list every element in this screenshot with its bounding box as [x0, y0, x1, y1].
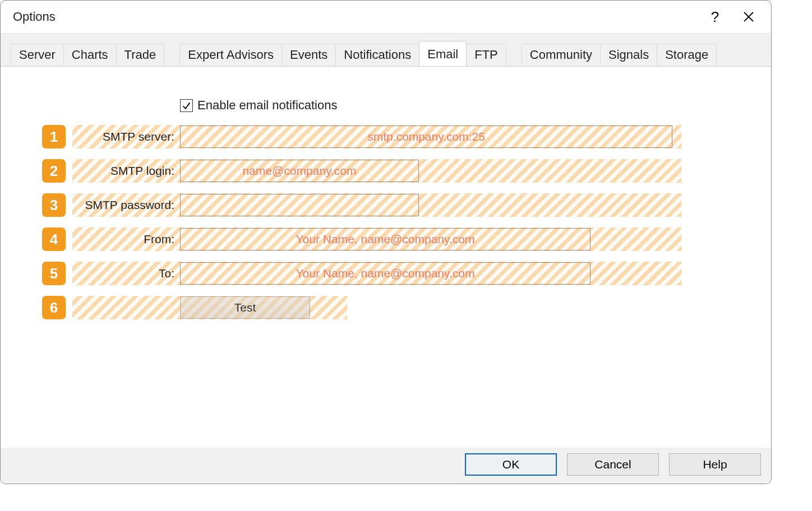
tabstrip: ServerChartsTradeExpert AdvisorsEventsNo… [1, 43, 771, 66]
enable-email-label: Enable email notifications [197, 98, 337, 113]
highlight-stripe: From: [72, 227, 681, 251]
annotation-badge: 5 [42, 262, 66, 285]
highlight-stripe: SMTP server: [72, 125, 681, 148]
highlight-stripe: SMTP password: [72, 193, 681, 217]
field-label: From: [72, 233, 180, 246]
annotation-badge: 4 [42, 227, 66, 251]
highlight-stripe: To: [72, 262, 681, 285]
to-input[interactable] [180, 262, 590, 285]
tab-storage[interactable]: Storage [657, 44, 717, 67]
titlebar: Options ? [1, 1, 771, 33]
annotation-badge: 2 [42, 159, 66, 183]
form-row: 2SMTP login: [42, 159, 681, 183]
tab-panel-email: Enable email notifications 1SMTP server:… [1, 66, 771, 448]
field-label: To: [72, 267, 180, 280]
form-row: 6Test [42, 296, 681, 319]
tab-charts[interactable]: Charts [63, 44, 117, 67]
form-row: 1SMTP server: [42, 125, 681, 148]
tab-events[interactable]: Events [282, 44, 336, 67]
options-dialog: Options ? ServerChartsTradeExpert Adviso… [0, 0, 772, 484]
tab-notifications[interactable]: Notifications [335, 44, 419, 67]
field-label: SMTP server: [72, 130, 180, 143]
help-icon[interactable]: ? [698, 6, 732, 27]
tab-trade[interactable]: Trade [116, 44, 165, 67]
close-icon[interactable] [732, 6, 765, 27]
annotation-badge: 6 [42, 296, 66, 319]
window-title: Options [13, 10, 56, 24]
from-input[interactable] [180, 228, 590, 250]
form-row: 3SMTP password: [42, 193, 681, 217]
tab-signals[interactable]: Signals [600, 44, 657, 67]
dialog-footer: OK Cancel Help [1, 445, 771, 484]
tab-email[interactable]: Email [419, 41, 467, 66]
annotation-badge: 3 [42, 193, 66, 217]
smtp-login-input[interactable] [180, 160, 419, 182]
smtp-server-input[interactable] [180, 126, 672, 148]
smtp-password-input[interactable] [180, 194, 419, 216]
highlight-stripe: Test [72, 296, 347, 319]
field-label: SMTP login: [72, 164, 180, 178]
tab-area: ServerChartsTradeExpert AdvisorsEventsNo… [1, 33, 771, 448]
tab-server[interactable]: Server [11, 44, 64, 67]
help-button[interactable]: Help [669, 453, 761, 476]
form-row: 5To: [42, 262, 681, 285]
enable-email-checkbox[interactable] [180, 99, 193, 112]
tab-expert-advisors[interactable]: Expert Advisors [179, 44, 282, 67]
highlight-stripe: SMTP login: [72, 159, 681, 183]
tab-ftp[interactable]: FTP [466, 44, 506, 67]
test-button[interactable]: Test [180, 296, 310, 319]
annotation-badge: 1 [42, 125, 66, 148]
field-label: SMTP password: [72, 198, 180, 212]
cancel-button[interactable]: Cancel [567, 453, 659, 476]
ok-button[interactable]: OK [465, 453, 557, 476]
tab-community[interactable]: Community [522, 44, 601, 67]
form-row: 4From: [42, 227, 681, 251]
